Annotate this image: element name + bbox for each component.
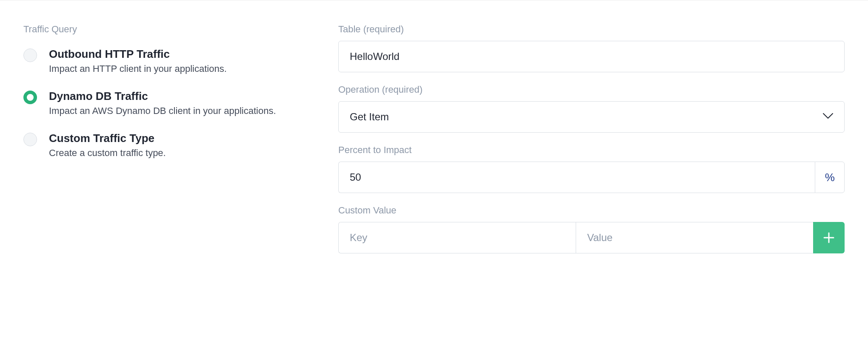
radio-title: Custom Traffic Type [49, 132, 166, 145]
radio-option-outbound-http[interactable]: Outbound HTTP Traffic Impact an HTTP cli… [23, 48, 330, 74]
table-label: Table (required) [338, 24, 845, 35]
radio-icon [23, 91, 37, 104]
radio-desc: Impact an AWS Dynamo DB client in your a… [49, 105, 276, 117]
custom-key-input[interactable] [338, 222, 576, 253]
radio-title: Outbound HTTP Traffic [49, 48, 227, 61]
percent-unit: % [815, 162, 845, 193]
custom-value-label: Custom Value [338, 205, 845, 216]
plus-icon [822, 231, 835, 244]
percent-label: Percent to Impact [338, 145, 845, 156]
custom-value-input[interactable] [576, 222, 813, 253]
percent-input[interactable] [338, 162, 815, 193]
radio-desc: Create a custom traffic type. [49, 148, 166, 159]
radio-option-dynamo-db[interactable]: Dynamo DB Traffic Impact an AWS Dynamo D… [23, 90, 330, 117]
table-input[interactable] [338, 41, 845, 72]
operation-select[interactable]: Get Item [338, 101, 845, 133]
radio-option-custom-traffic[interactable]: Custom Traffic Type Create a custom traf… [23, 132, 330, 159]
operation-label: Operation (required) [338, 84, 845, 95]
radio-icon [23, 48, 37, 62]
radio-desc: Impact an HTTP client in your applicatio… [49, 63, 227, 74]
add-button[interactable] [813, 222, 845, 253]
radio-icon [23, 133, 37, 146]
radio-title: Dynamo DB Traffic [49, 90, 276, 103]
traffic-query-label: Traffic Query [23, 24, 330, 35]
